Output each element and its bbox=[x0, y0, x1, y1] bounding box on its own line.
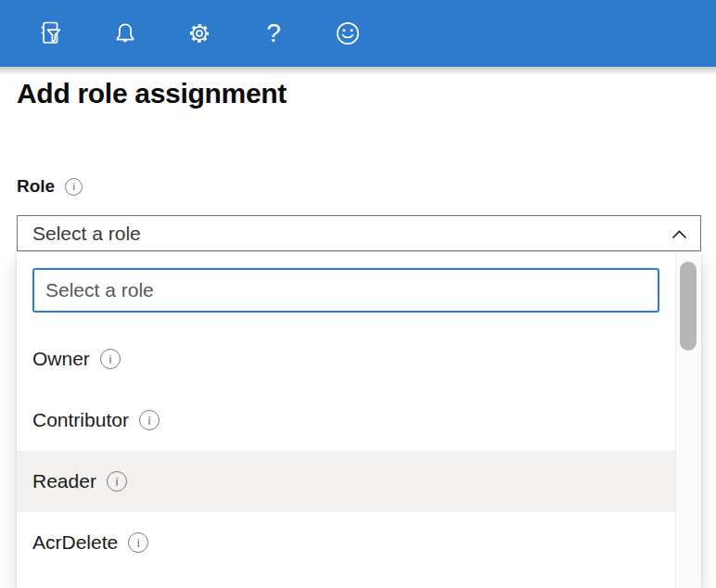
role-option-acrdelete[interactable]: AcrDelete i bbox=[17, 512, 675, 573]
dropdown-scrollbar-thumb[interactable] bbox=[680, 262, 697, 351]
info-icon[interactable]: i bbox=[139, 410, 160, 430]
info-icon[interactable]: i bbox=[128, 532, 148, 553]
svg-text:?: ? bbox=[266, 19, 281, 47]
role-select-value: Select a role bbox=[32, 223, 671, 245]
option-label: Owner bbox=[32, 348, 90, 370]
info-icon-glyph: i bbox=[137, 537, 140, 549]
info-icon-glyph: i bbox=[109, 353, 111, 365]
info-icon-glyph: i bbox=[115, 476, 118, 488]
dropdown-scrollbar-track[interactable] bbox=[675, 252, 701, 588]
directory-filter-icon[interactable] bbox=[35, 18, 67, 49]
notifications-icon[interactable] bbox=[109, 18, 141, 49]
role-option-list: Owner i Contributor i Reader i AcrDelete bbox=[17, 328, 675, 573]
feedback-icon[interactable] bbox=[332, 18, 364, 49]
info-icon-glyph: i bbox=[72, 182, 74, 192]
role-option-reader[interactable]: Reader i bbox=[17, 451, 675, 512]
option-label: AcrDelete bbox=[32, 531, 118, 554]
add-role-assignment-pane: ? Add role assignment Role i Select a ro… bbox=[0, 0, 716, 588]
info-icon-glyph: i bbox=[147, 415, 150, 427]
help-icon[interactable]: ? bbox=[258, 18, 289, 49]
chevron-up-icon bbox=[671, 226, 687, 243]
role-option-owner[interactable]: Owner i bbox=[17, 328, 675, 390]
role-label: Role bbox=[17, 176, 55, 197]
info-icon[interactable]: i bbox=[107, 471, 127, 492]
page-title: Add role assignment bbox=[17, 78, 287, 109]
role-dropdown-flyout: Owner i Contributor i Reader i AcrDelete bbox=[17, 252, 701, 588]
portal-top-bar: ? bbox=[0, 0, 716, 67]
role-option-contributor[interactable]: Contributor i bbox=[17, 390, 675, 451]
role-field-label-row: Role i bbox=[17, 176, 83, 197]
option-label: Contributor bbox=[32, 409, 129, 431]
role-search-input[interactable] bbox=[32, 268, 659, 313]
settings-icon[interactable] bbox=[184, 18, 215, 49]
info-icon[interactable]: i bbox=[100, 349, 121, 369]
info-icon[interactable]: i bbox=[65, 178, 83, 196]
role-select[interactable]: Select a role bbox=[17, 215, 701, 251]
option-label: Reader bbox=[32, 470, 96, 492]
header-shadow bbox=[0, 67, 716, 75]
